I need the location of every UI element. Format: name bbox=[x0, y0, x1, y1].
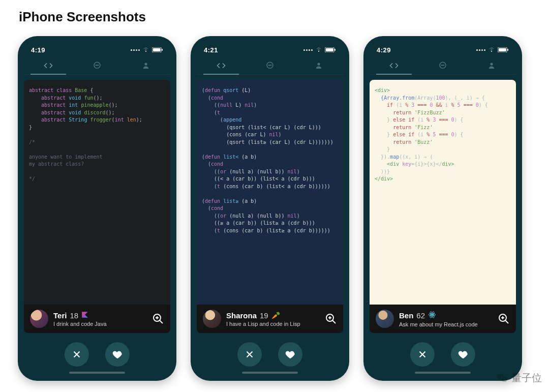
phone-screenshot-2: 4:21 (defun qsort (L) (cond ((null L) ni… bbox=[191, 36, 349, 381]
zoom-icon[interactable] bbox=[325, 313, 337, 325]
tab-chat[interactable] bbox=[73, 56, 121, 74]
svg-rect-16 bbox=[334, 49, 336, 51]
status-bar: 4:21 bbox=[197, 41, 343, 56]
svg-rect-30 bbox=[507, 49, 508, 51]
profile-info-bar: Teri 18 I drink and code Java bbox=[24, 305, 170, 333]
profile-name: Sharona bbox=[226, 311, 257, 320]
profile-bio: Ask me about my React.js code bbox=[399, 321, 478, 327]
profile-info-bar: Sharona 19 🥕 I have a Lisp and code in L… bbox=[197, 305, 343, 333]
svg-point-21 bbox=[317, 63, 320, 65]
tech-logo-icon bbox=[81, 311, 88, 320]
avatar bbox=[203, 310, 221, 328]
svg-point-7 bbox=[144, 63, 147, 65]
tab-code[interactable] bbox=[370, 56, 418, 74]
code-snippet: abstract class Base { abstract void fun(… bbox=[24, 80, 170, 305]
top-tab-bar bbox=[24, 56, 170, 75]
status-time: 4:19 bbox=[31, 46, 45, 54]
top-tab-bar bbox=[370, 56, 516, 75]
profile-age: 18 bbox=[70, 311, 78, 320]
tab-chat[interactable] bbox=[246, 56, 294, 74]
tech-logo-icon: 🥕 bbox=[271, 311, 280, 319]
wifi-icon bbox=[142, 47, 149, 52]
status-indicators bbox=[131, 47, 163, 52]
profile-bio: I drink and code Java bbox=[53, 321, 107, 327]
battery-icon bbox=[152, 47, 163, 52]
svg-point-34 bbox=[444, 65, 444, 65]
wechat-watermark: 量子位 bbox=[496, 371, 542, 385]
signal-icon bbox=[131, 49, 140, 51]
svg-rect-2 bbox=[162, 49, 163, 51]
wifi-icon bbox=[488, 47, 495, 52]
swipe-actions bbox=[370, 340, 516, 372]
status-bar: 4:19 bbox=[24, 41, 170, 56]
svg-point-5 bbox=[97, 65, 98, 65]
svg-point-32 bbox=[441, 65, 442, 65]
svg-point-19 bbox=[270, 65, 270, 65]
svg-rect-1 bbox=[153, 48, 161, 52]
svg-rect-15 bbox=[326, 48, 333, 52]
profile-card[interactable]: abstract class Base { abstract void fun(… bbox=[24, 80, 170, 333]
home-indicator[interactable] bbox=[415, 372, 471, 374]
status-indicators bbox=[303, 47, 336, 52]
profile-info-bar: Ben 62 Ask me about my React.js code bbox=[370, 305, 516, 333]
status-bar: 4:29 bbox=[370, 41, 516, 56]
tech-logo-icon bbox=[428, 311, 436, 320]
tab-profile[interactable] bbox=[467, 56, 516, 74]
profile-card[interactable]: <div> {Array.from(Array(100), (_, i) ⇒ {… bbox=[370, 80, 516, 333]
signal-icon bbox=[303, 49, 313, 51]
tab-profile[interactable] bbox=[294, 56, 343, 74]
phone-screenshot-3: 4:29 <div> {Array.from(Array(100), (_, i… bbox=[363, 36, 522, 381]
reject-button[interactable] bbox=[237, 342, 262, 367]
like-button[interactable] bbox=[105, 342, 130, 367]
phone-screenshot-1: 4:19 abstract class Base { abstract void… bbox=[18, 36, 176, 381]
home-indicator[interactable] bbox=[69, 372, 125, 374]
zoom-icon[interactable] bbox=[498, 313, 510, 325]
profile-age: 62 bbox=[416, 311, 425, 320]
tab-chat[interactable] bbox=[418, 56, 467, 74]
status-time: 4:29 bbox=[377, 46, 391, 54]
code-snippet: <div> {Array.from(Array(100), (_, i) ⇒ {… bbox=[370, 80, 516, 305]
section-title: iPhone Screenshots bbox=[19, 9, 531, 25]
svg-line-23 bbox=[332, 320, 336, 323]
code-snippet: (defun qsort (L) (cond ((null L) nil) (t… bbox=[197, 80, 343, 305]
profile-card[interactable]: (defun qsort (L) (cond ((null L) nil) (t… bbox=[197, 80, 343, 333]
battery-icon bbox=[498, 47, 509, 52]
swipe-actions bbox=[24, 340, 170, 372]
home-indicator[interactable] bbox=[242, 372, 298, 374]
reject-button[interactable] bbox=[410, 342, 435, 367]
avatar bbox=[376, 310, 394, 328]
svg-point-33 bbox=[443, 65, 443, 65]
svg-point-20 bbox=[271, 65, 271, 65]
zoom-icon[interactable] bbox=[152, 313, 164, 325]
like-button[interactable] bbox=[451, 342, 475, 367]
status-indicators bbox=[476, 47, 509, 52]
tab-profile[interactable] bbox=[121, 56, 170, 74]
watermark-text: 量子位 bbox=[511, 371, 542, 385]
profile-bio: I have a Lisp and code in Lisp bbox=[226, 321, 300, 327]
signal-icon bbox=[476, 49, 485, 51]
swipe-actions bbox=[197, 340, 343, 372]
svg-line-9 bbox=[160, 320, 163, 323]
svg-point-35 bbox=[490, 63, 493, 65]
tab-code[interactable] bbox=[24, 56, 73, 74]
profile-name: Ben bbox=[399, 311, 413, 320]
svg-line-41 bbox=[505, 320, 508, 323]
wifi-icon bbox=[315, 47, 322, 52]
screenshots-row: 4:19 abstract class Base { abstract void… bbox=[18, 36, 531, 381]
svg-point-4 bbox=[96, 65, 96, 65]
wechat-icon bbox=[496, 372, 508, 384]
battery-icon bbox=[325, 47, 336, 52]
svg-point-6 bbox=[98, 65, 99, 65]
svg-point-36 bbox=[432, 314, 433, 315]
avatar bbox=[30, 310, 48, 328]
svg-rect-29 bbox=[499, 48, 506, 52]
tab-code[interactable] bbox=[197, 56, 246, 74]
like-button[interactable] bbox=[278, 342, 302, 367]
svg-point-18 bbox=[268, 65, 269, 65]
reject-button[interactable] bbox=[65, 342, 89, 367]
profile-name: Teri bbox=[53, 311, 67, 320]
status-time: 4:21 bbox=[204, 46, 218, 54]
top-tab-bar bbox=[197, 56, 343, 75]
profile-age: 19 bbox=[260, 311, 268, 320]
